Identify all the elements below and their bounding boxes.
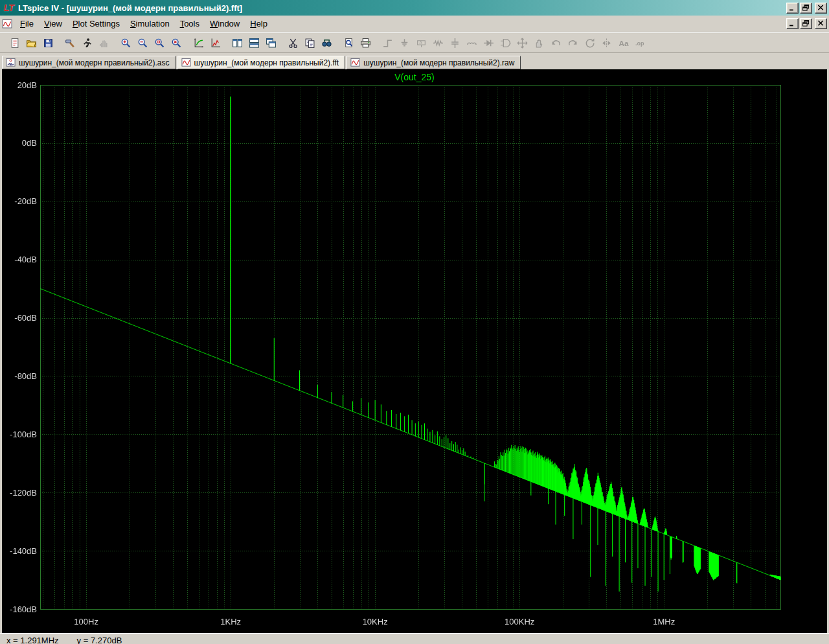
- schematic-icon: [6, 58, 16, 67]
- svg-text:Aa: Aa: [619, 38, 629, 47]
- tab-raw[interactable]: шушурин_(мой модерн правильный2).raw: [346, 56, 521, 69]
- rotate-button: [582, 35, 598, 51]
- open-folder-icon: [26, 38, 37, 49]
- tab-label: шушурин_(мой модерн правильный2).raw: [363, 58, 514, 67]
- tab-label: шушурин_(мой модерн правильный2).asc: [19, 58, 170, 67]
- spice-directive-icon: .op: [635, 38, 646, 49]
- menu-simulation[interactable]: Simulation: [125, 17, 175, 30]
- diode-icon: [483, 38, 494, 49]
- tile-horizontally-button[interactable]: [246, 35, 262, 51]
- inductor-button: [464, 35, 480, 51]
- tile-vertical-icon: [232, 38, 243, 49]
- plot-curve-icon: [210, 38, 221, 49]
- minimize-button[interactable]: [786, 3, 799, 14]
- text-button: Aa: [615, 35, 631, 51]
- toolbar-separator: [280, 35, 285, 51]
- zoom-out-icon: [137, 38, 148, 49]
- net-label-icon: A: [416, 38, 427, 49]
- ground-icon: [399, 38, 410, 49]
- toolbar-separator: [57, 35, 62, 51]
- capacitor-button: [447, 35, 463, 51]
- wire-icon: [382, 38, 393, 49]
- plot-area: V(out_25): [2, 69, 827, 633]
- svg-text:.op: .op: [635, 40, 644, 47]
- toolbar-separator: [113, 35, 118, 51]
- tile-vertically-button[interactable]: [229, 35, 245, 51]
- control-panel-icon: [65, 38, 76, 49]
- cut-button[interactable]: [285, 35, 301, 51]
- menu-file[interactable]: File: [15, 17, 39, 30]
- halt-icon: [98, 38, 109, 49]
- diode-button: [481, 35, 497, 51]
- find-button[interactable]: [319, 35, 335, 51]
- cascade-windows-button[interactable]: [263, 35, 279, 51]
- new-schematic-button[interactable]: [6, 35, 23, 51]
- control-panel-button[interactable]: [62, 35, 78, 51]
- drag-button: [531, 35, 547, 51]
- run-button[interactable]: [79, 35, 95, 51]
- resistor-icon: [433, 38, 444, 49]
- move-icon: [517, 38, 528, 49]
- mirror-icon: [601, 38, 612, 49]
- print-preview-button[interactable]: [341, 35, 357, 51]
- print-icon: [360, 38, 371, 49]
- zoom-in-button[interactable]: [118, 35, 134, 51]
- fft-plot-canvas[interactable]: [2, 69, 827, 633]
- menu-tools[interactable]: Tools: [175, 17, 205, 30]
- zoom-full-extents-button[interactable]: [168, 35, 185, 51]
- plot-settings-button[interactable]: [207, 35, 223, 51]
- label-net-button: A: [413, 35, 429, 51]
- child-minimize-button[interactable]: [786, 18, 799, 29]
- autorange-y-axis-button[interactable]: [190, 35, 207, 51]
- find-icon: [321, 38, 332, 49]
- zoom-area-button[interactable]: [152, 35, 168, 51]
- open-button[interactable]: [23, 35, 40, 51]
- tab-bar: шушурин_(мой модерн правильный2).ascшушу…: [0, 53, 829, 69]
- menu-window[interactable]: Window: [205, 17, 245, 30]
- waveform-icon: [350, 58, 360, 67]
- cut-icon: [288, 38, 299, 49]
- menu-help[interactable]: Help: [245, 17, 273, 30]
- inductor-icon: [466, 38, 477, 49]
- zoom-back-button[interactable]: [135, 35, 151, 51]
- zoom-area-icon: [154, 38, 165, 49]
- resistor-button: [430, 35, 446, 51]
- cursor-y-readout: y = 7.270dB: [77, 636, 122, 644]
- new-schematic-icon: [9, 38, 20, 49]
- zoom-in-icon: [120, 38, 131, 49]
- menu-bar: FileViewPlot SettingsSimulationToolsWind…: [0, 16, 829, 32]
- ground-button: [396, 35, 413, 51]
- waveform-icon: [181, 58, 191, 67]
- run-icon: [82, 38, 93, 49]
- print-preview-icon: [343, 38, 354, 49]
- copy-button[interactable]: [302, 35, 318, 51]
- move-button: [514, 35, 530, 51]
- toolbar-separator: [374, 35, 380, 51]
- wire-button: [380, 35, 396, 51]
- capacitor-icon: [449, 38, 460, 49]
- menu-plot-settings[interactable]: Plot Settings: [67, 17, 125, 30]
- print-button[interactable]: [358, 35, 374, 51]
- menu-items: FileViewPlot SettingsSimulationToolsWind…: [15, 17, 273, 30]
- zoom-full-icon: [171, 38, 182, 49]
- close-button[interactable]: [815, 3, 827, 14]
- title-bar: LT LTspice IV - [шушурин_(мой модерн пра…: [0, 0, 829, 16]
- toolbar-separator: [185, 35, 190, 51]
- tab-fft[interactable]: шушурин_(мой модерн правильный2).fft: [177, 56, 346, 69]
- tab-schematic[interactable]: шушурин_(мой модерн правильный2).asc: [2, 56, 176, 69]
- ltspice-logo-icon: LT: [2, 1, 16, 14]
- save-button[interactable]: [40, 35, 56, 51]
- menu-view[interactable]: View: [39, 17, 67, 30]
- child-close-button[interactable]: [815, 18, 827, 29]
- tab-label: шушурин_(мой модерн правильный2).fft: [194, 58, 339, 67]
- child-restore-button[interactable]: [800, 18, 812, 29]
- undo-icon: [551, 38, 562, 49]
- trace-name[interactable]: V(out_25): [2, 72, 827, 82]
- autorange-icon: [193, 38, 204, 49]
- svg-text:A: A: [420, 40, 423, 45]
- toolbar: AAa.op: [0, 32, 829, 53]
- save-icon: [43, 38, 54, 49]
- component-icon: [500, 38, 511, 49]
- restore-button[interactable]: [800, 3, 812, 14]
- text-icon: Aa: [618, 38, 629, 49]
